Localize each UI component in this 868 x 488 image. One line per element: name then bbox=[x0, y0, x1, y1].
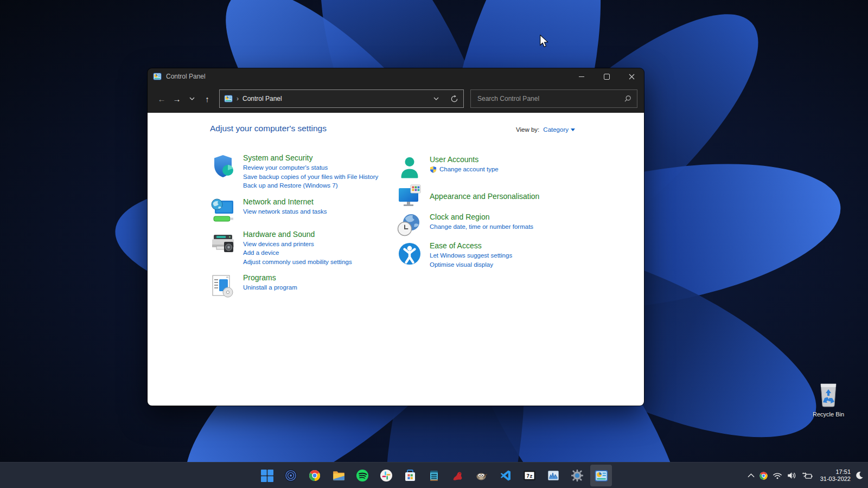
minimize-icon bbox=[579, 76, 584, 77]
breadcrumb-chevron-icon: › bbox=[237, 95, 239, 102]
battery-tray-button[interactable] bbox=[801, 465, 813, 486]
address-bar[interactable]: › Control Panel bbox=[219, 89, 464, 108]
category-clock-region: Clock and Region Change date, time or nu… bbox=[397, 212, 592, 238]
programs-icon[interactable] bbox=[210, 273, 236, 299]
category-link[interactable]: Add a device bbox=[243, 248, 352, 258]
recycle-bin-icon bbox=[816, 381, 840, 408]
chrome-tray-button[interactable] bbox=[759, 465, 768, 486]
chevron-up-icon bbox=[748, 473, 755, 478]
slack-icon bbox=[380, 469, 393, 482]
radar-app-icon bbox=[284, 469, 297, 482]
microsoft-store-icon bbox=[404, 469, 417, 482]
performance-monitor-icon bbox=[547, 469, 560, 482]
clock-region-icon[interactable] bbox=[397, 212, 423, 238]
spotify-button[interactable] bbox=[352, 465, 373, 486]
microsoft-store-button[interactable] bbox=[399, 465, 421, 486]
category-title[interactable]: Network and Internet bbox=[243, 197, 327, 206]
address-dropdown-button[interactable] bbox=[429, 91, 443, 106]
clock[interactable]: 17:51 31-03-2022 bbox=[817, 468, 851, 483]
moon-icon bbox=[855, 471, 864, 480]
page-title: Adjust your computer's settings bbox=[210, 124, 327, 133]
back-button[interactable]: ← bbox=[154, 91, 169, 107]
search-input[interactable] bbox=[476, 94, 624, 103]
category-title[interactable]: User Accounts bbox=[430, 155, 499, 164]
recent-locations-button[interactable] bbox=[184, 91, 200, 107]
search-icon[interactable] bbox=[624, 95, 631, 102]
hardware-sound-icon[interactable] bbox=[210, 229, 236, 255]
breadcrumb[interactable]: Control Panel bbox=[242, 95, 425, 102]
slack-button[interactable] bbox=[375, 465, 397, 486]
chrome-button[interactable] bbox=[304, 465, 326, 486]
category-link[interactable]: View network status and tasks bbox=[243, 207, 327, 216]
category-link[interactable]: Change date, time or number formats bbox=[430, 222, 533, 232]
performance-monitor-button[interactable] bbox=[542, 465, 564, 486]
category-title[interactable]: System and Security bbox=[243, 153, 378, 162]
speaker-icon bbox=[787, 471, 796, 480]
view-by-dropdown[interactable]: Category bbox=[543, 126, 575, 133]
category-link[interactable]: Optimise visual display bbox=[430, 260, 512, 269]
forward-button[interactable]: → bbox=[169, 91, 184, 107]
tray-overflow-button[interactable] bbox=[748, 465, 755, 486]
network-internet-icon[interactable] bbox=[210, 197, 236, 223]
caret-down-icon bbox=[571, 129, 575, 131]
window-title: Control Panel bbox=[166, 73, 206, 80]
category-title[interactable]: Ease of Access bbox=[430, 241, 512, 250]
recycle-bin-label: Recycle Bin bbox=[808, 411, 848, 418]
7zip-button[interactable]: 7z bbox=[519, 465, 540, 486]
system-security-icon[interactable] bbox=[210, 153, 236, 179]
control-panel-icon bbox=[595, 469, 608, 483]
notepad-button[interactable] bbox=[423, 465, 445, 486]
chrome-icon bbox=[308, 469, 321, 482]
desktop: Recycle Bin Control Panel ← → bbox=[0, 0, 868, 488]
network-tray-button[interactable] bbox=[773, 465, 782, 486]
notifications-button[interactable] bbox=[855, 465, 864, 486]
vscode-button[interactable] bbox=[495, 465, 516, 486]
up-button[interactable]: ↑ bbox=[200, 91, 215, 107]
mouse-cursor bbox=[539, 35, 550, 48]
close-button[interactable] bbox=[619, 68, 644, 85]
ease-of-access-icon[interactable] bbox=[397, 241, 423, 267]
control-panel-taskbar-button[interactable] bbox=[590, 465, 612, 486]
category-title[interactable]: Clock and Region bbox=[430, 213, 533, 221]
svg-text:7z: 7z bbox=[526, 473, 533, 479]
category-link[interactable]: Uninstall a program bbox=[243, 283, 297, 292]
user-accounts-icon[interactable] bbox=[397, 155, 423, 181]
category-link[interactable]: Adjust commonly used mobility settings bbox=[243, 258, 352, 267]
minimize-button[interactable] bbox=[569, 68, 594, 85]
categories-left-column: System and Security Review your computer… bbox=[210, 153, 389, 305]
category-ease-of-access: Ease of Access Let Windows suggest setti… bbox=[397, 241, 592, 269]
search-box bbox=[470, 89, 637, 108]
category-hardware-sound: Hardware and Sound View devices and prin… bbox=[210, 229, 389, 267]
system-tray: 17:51 31-03-2022 bbox=[748, 463, 866, 488]
category-link[interactable]: Review your computer's status bbox=[243, 163, 378, 172]
radar-app-button[interactable] bbox=[280, 465, 302, 486]
categories-right-column: User Accounts Change account type bbox=[397, 155, 592, 272]
red-creature-app-button[interactable] bbox=[447, 465, 469, 486]
gimp-button[interactable] bbox=[471, 465, 493, 486]
category-link[interactable]: View devices and printers bbox=[243, 240, 352, 249]
category-link[interactable]: Save backup copies of your files with Fi… bbox=[243, 172, 378, 182]
7zip-icon: 7z bbox=[523, 469, 536, 482]
maximize-button[interactable] bbox=[594, 68, 619, 85]
category-link[interactable]: Back up and Restore (Windows 7) bbox=[243, 181, 378, 190]
recycle-bin[interactable]: Recycle Bin bbox=[808, 381, 848, 418]
category-link[interactable]: Change account type bbox=[439, 165, 499, 174]
close-icon bbox=[629, 74, 635, 80]
refresh-button[interactable] bbox=[447, 91, 461, 106]
notepad-icon bbox=[427, 469, 441, 482]
category-title[interactable]: Appearance and Personalisation bbox=[430, 192, 539, 201]
taskbar-center-icons: 7z bbox=[256, 463, 612, 488]
volume-tray-button[interactable] bbox=[787, 465, 796, 486]
view-by-control: View by: Category bbox=[516, 126, 575, 133]
appearance-personalisation-icon[interactable] bbox=[397, 183, 423, 209]
category-title[interactable]: Programs bbox=[243, 273, 297, 282]
category-title[interactable]: Hardware and Sound bbox=[243, 230, 352, 239]
start-button[interactable] bbox=[256, 465, 278, 486]
gimp-icon bbox=[475, 469, 488, 482]
settings-gear-icon bbox=[571, 469, 584, 482]
category-link[interactable]: Let Windows suggest settings bbox=[430, 251, 512, 260]
category-system-security: System and Security Review your computer… bbox=[210, 153, 389, 190]
titlebar[interactable]: Control Panel bbox=[148, 68, 644, 85]
file-explorer-button[interactable] bbox=[328, 465, 349, 486]
settings-button[interactable] bbox=[566, 465, 588, 486]
